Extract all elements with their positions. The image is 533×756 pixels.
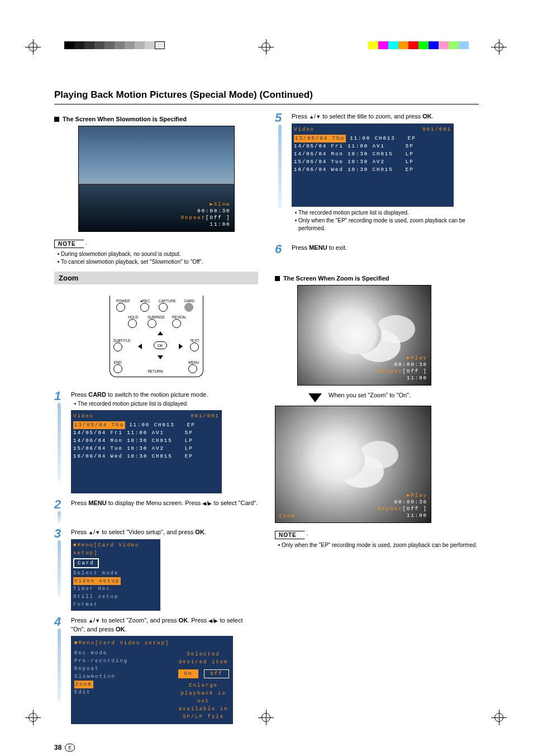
note-list: During slowmotion playback, no sound is … [54, 250, 258, 266]
step-text: Press [292, 244, 309, 251]
center-registration-icon [258, 710, 275, 726]
note-item: During slowmotion playback, no sound is … [61, 250, 258, 258]
down-arrow-icon [316, 113, 321, 120]
page-number: 38 [54, 744, 61, 752]
menu-item: Repeat [74, 666, 99, 672]
step-text: to select "Zoom", and press [100, 617, 178, 624]
osd-clock: 11:00 [378, 375, 427, 382]
video-list-screenshot: Video001/001 13/05/04 Thu 11:00 CH013 EP… [292, 123, 454, 207]
center-registration-icon [258, 39, 275, 56]
step-number: 1 [54, 391, 65, 402]
note-tag: NOTE [275, 531, 307, 539]
step-number: 5 [275, 112, 286, 123]
step-text: Press [292, 113, 309, 120]
menu-title: ■Menu[Card Video setup] [74, 639, 169, 647]
step-text: to exit. [327, 244, 347, 251]
step-text: Press [71, 529, 88, 535]
step-text: to display the Menu screen. Press [107, 500, 203, 506]
vidlist-title: Video [294, 126, 315, 134]
remote-label: SUBTITLE [113, 339, 131, 343]
zoom-after-screenshot: Zoom ▶Play 00:00:30 Repeat[Off ] 11:00 [275, 406, 431, 523]
menu-item-selected: Video setup [73, 577, 121, 585]
toggle-off: Off [204, 669, 229, 678]
note-tag: NOTE [54, 240, 87, 248]
step-4: 4 Press / to select "Zoom", and press OK… [54, 616, 258, 724]
note-list: Only when the "EP" recording mode is use… [275, 541, 479, 549]
osd-mode: ▶Slow [181, 201, 231, 208]
remote-label: TEXT [190, 339, 199, 343]
menu-prompt: Selected desired item [177, 650, 230, 666]
remote-label: HOLD [128, 315, 138, 319]
heading-text: The Screen When Slowmotion is Specified [63, 116, 187, 122]
menu-item: Edit [74, 690, 91, 695]
down-arrow-icon [308, 393, 322, 402]
osd-mode: ▶Play [378, 492, 427, 499]
toggle-on: On [178, 669, 199, 678]
down-arrow-icon [95, 529, 100, 535]
left-arrow-icon [208, 617, 212, 624]
osd-clock: 11:00 [378, 512, 427, 519]
step-text: Press [71, 617, 88, 624]
remote-label: SUBPAGE [147, 315, 165, 319]
square-bullet-icon [54, 117, 59, 122]
slowmotion-screenshot: ▶Slow 00:00:30 Repeat[Off ] 11:00 [78, 126, 235, 232]
remote-control-diagram: POWER ●REC CAPTURE CARD HOLD SUBPAGE REV… [106, 290, 207, 383]
crop-mark-icon [491, 39, 508, 56]
right-column: 5 Press / to select the title to zoom, a… [275, 112, 479, 730]
page-footer: 38 E [54, 744, 479, 752]
language-badge: E [65, 744, 75, 752]
step-text: to select the title to zoom, and press [321, 113, 422, 120]
step-number: 4 [54, 616, 65, 627]
osd-time: 00:00:30 [181, 208, 231, 215]
remote-label: CARD [184, 299, 194, 303]
step-button-ref: OK [116, 626, 125, 633]
step-button-ref: OK [179, 617, 188, 624]
print-registration-top [0, 39, 533, 73]
video-list-screenshot: Video001/001 13/05/04 Thu 11:00 CH013 EP… [71, 410, 222, 493]
remote-label: CAPTURE [159, 299, 176, 303]
step-3: 3 Press / to select "Video setup", and p… [54, 528, 258, 611]
step-text: Press [71, 500, 88, 506]
menu-item: Still setup [73, 594, 118, 600]
step-number: 3 [54, 528, 65, 539]
step-bullet: The recorded motion picture list is disp… [298, 209, 479, 217]
step-number: 6 [275, 244, 286, 255]
remote-navpad: OK [138, 331, 183, 359]
osd-overlay: ▶Play 00:00:30 Repeat[Off ] 11:00 [378, 492, 427, 519]
osd-zoom-label: Zoom [279, 513, 296, 519]
step-bullet: The recorded motion picture list is disp… [78, 400, 258, 408]
menu-item: Slowmotion [74, 674, 116, 679]
remote-label: MENU [188, 360, 199, 364]
up-arrow-icon [309, 113, 314, 120]
colorbar-grey [64, 41, 165, 49]
step-text: . Press [188, 617, 208, 624]
vidlist-title: Video [73, 412, 94, 420]
step-text: . [432, 113, 434, 120]
osd-overlay: ▶Slow 00:00:30 Repeat[Off ] 11:00 [181, 201, 231, 228]
step-text: . [204, 529, 206, 535]
step-button-ref: OK [422, 113, 432, 120]
remote-label: RETURN [147, 369, 163, 373]
osd-repeat-value: [Off ] [206, 215, 230, 221]
zoom-heading: The Screen When Zoom is Specified [275, 275, 479, 282]
step-text: Press [71, 391, 88, 398]
menu-item: Pre-recording [74, 658, 128, 664]
remote-label: POWER [116, 299, 130, 303]
step-button-ref: OK [195, 529, 204, 535]
note-item: Only when the "EP" recording mode is use… [282, 541, 479, 549]
osd-time: 00:00:30 [378, 499, 427, 506]
osd-overlay: ▶Play 00:00:30 Repeat[Off ] 11:00 [378, 355, 427, 382]
menu-item: Format [73, 602, 98, 607]
step-button-ref: MENU [88, 500, 106, 506]
print-registration-bottom [0, 710, 533, 743]
osd-clock: 11:00 [181, 221, 231, 228]
step-text: . [125, 626, 126, 633]
left-column: The Screen When Slowmotion is Specified … [54, 112, 258, 730]
page-title: Playing Back Motion Pictures (Special Mo… [54, 89, 479, 104]
zoom-before-screenshot: ▶Play 00:00:30 Repeat[Off ] 11:00 [297, 285, 431, 386]
menu-item-selected: Zoom [74, 681, 93, 688]
remote-ok: OK [154, 341, 167, 349]
osd-mode: ▶Play [378, 355, 427, 362]
down-arrow-icon [95, 617, 100, 624]
zoom-section-header: Zoom [54, 272, 258, 284]
